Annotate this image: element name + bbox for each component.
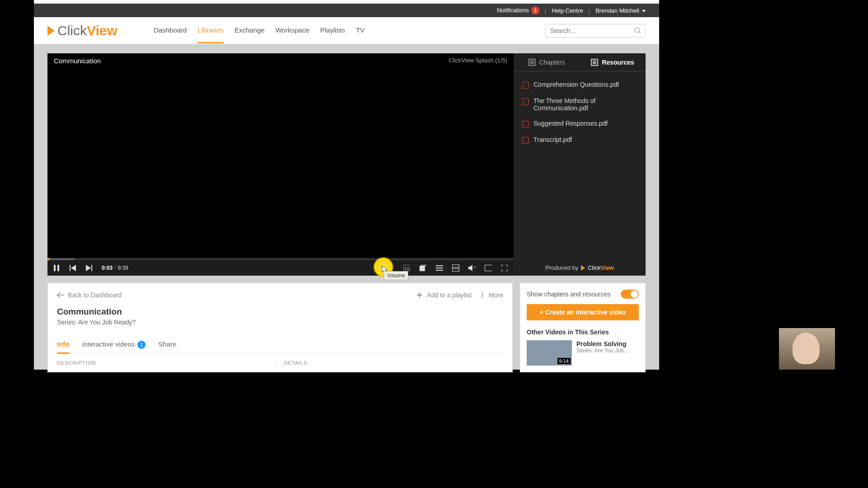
tab-resources-label: Resources bbox=[602, 59, 634, 66]
interactive-count-badge: 1 bbox=[137, 341, 146, 349]
right-panel: Show chapters and resources + Create an … bbox=[520, 283, 646, 372]
video-thumbnail: 9:14 bbox=[527, 340, 572, 366]
logo[interactable]: ClickView bbox=[47, 23, 118, 38]
picture-in-picture-presenter bbox=[779, 328, 835, 370]
tab-resources[interactable]: Resources bbox=[580, 53, 646, 71]
toggle-label: Show chapters and resources bbox=[527, 291, 610, 298]
arrow-left-icon bbox=[57, 292, 64, 298]
resource-label: Suggested Responses.pdf bbox=[533, 120, 608, 127]
pdf-icon: λ bbox=[522, 137, 529, 144]
svg-point-37 bbox=[482, 295, 483, 296]
video-series-label: Series: Are You Job Ready? bbox=[57, 319, 503, 326]
more-vertical-icon bbox=[481, 292, 483, 298]
tab-share[interactable]: Share bbox=[158, 336, 176, 353]
help-centre-link[interactable]: Help Centre bbox=[552, 7, 583, 14]
play-triangle-icon bbox=[581, 265, 585, 271]
utility-bar: Notifications1 | Help Centre | Brendan M… bbox=[34, 4, 659, 17]
svg-text:×: × bbox=[474, 265, 476, 270]
series-item-subtitle: Series: Are You Job... bbox=[576, 347, 628, 354]
svg-text:λ: λ bbox=[523, 100, 525, 104]
series-item-title: Problem Solving bbox=[576, 340, 628, 347]
series-video-item[interactable]: 9:14 Problem Solving Series: Are You Job… bbox=[527, 340, 639, 366]
fullscreen-icon[interactable] bbox=[501, 264, 508, 272]
play-triangle-icon bbox=[47, 26, 55, 36]
svg-point-38 bbox=[482, 297, 483, 298]
svg-marker-15 bbox=[468, 265, 472, 271]
volume-icon[interactable]: × bbox=[468, 264, 476, 272]
details-heading: DETAILS bbox=[276, 360, 503, 366]
notifications-link[interactable]: Notifications1 bbox=[497, 6, 539, 14]
nav-tv[interactable]: TV bbox=[356, 18, 364, 43]
search-icon[interactable] bbox=[634, 27, 642, 35]
pdf-icon: λ bbox=[522, 98, 529, 105]
video-viewport[interactable] bbox=[47, 68, 514, 258]
resource-item[interactable]: λ Transcript.pdf bbox=[514, 132, 646, 148]
resource-item[interactable]: λ The Three Methods of Communication.pdf bbox=[514, 93, 646, 116]
cc-icon[interactable]: CC bbox=[403, 264, 410, 272]
resource-label: Comprehension Questions.pdf bbox=[533, 81, 619, 88]
duration-badge: 9:14 bbox=[557, 358, 571, 364]
player-title-bar: Communication ClickView Splash (1/5) bbox=[47, 53, 514, 68]
logo-text: Click bbox=[57, 23, 87, 38]
volume-tooltip: Volume bbox=[384, 271, 408, 280]
splash-indicator: ClickView Splash (1/5) bbox=[448, 57, 507, 65]
svg-rect-4 bbox=[70, 265, 71, 271]
more-button[interactable]: More bbox=[481, 291, 503, 299]
theater-icon[interactable] bbox=[485, 264, 492, 272]
chapters-icon[interactable] bbox=[420, 264, 427, 272]
separator: | bbox=[545, 7, 546, 14]
description-heading: DESCRIPTION bbox=[57, 360, 276, 366]
svg-text:λ: λ bbox=[523, 123, 525, 127]
player-controls: 0:03/9:39 CC 480 × Volume bbox=[47, 260, 514, 276]
svg-point-0 bbox=[635, 28, 640, 33]
pdf-icon: λ bbox=[522, 121, 529, 128]
tab-info[interactable]: Info bbox=[57, 336, 70, 353]
user-menu[interactable]: Brendan Mitchell bbox=[595, 7, 646, 14]
tab-chapters[interactable]: Chapters bbox=[514, 53, 580, 71]
resource-item[interactable]: λ Comprehension Questions.pdf bbox=[514, 77, 646, 93]
nav-playlists[interactable]: Playlists bbox=[320, 18, 345, 43]
video-page-title: Communication bbox=[57, 307, 503, 317]
resource-item[interactable]: λ Suggested Responses.pdf bbox=[514, 116, 646, 132]
nav-libraries[interactable]: Libraries bbox=[198, 18, 224, 43]
tab-interactive-videos[interactable]: Interactive videos1 bbox=[82, 336, 146, 353]
player-sidebar: Chapters Resources λ Comprehension Quest… bbox=[514, 53, 646, 276]
quality-button[interactable]: 480 bbox=[452, 264, 459, 272]
svg-point-36 bbox=[482, 292, 483, 294]
back-to-dashboard-link[interactable]: Back to Dashboard bbox=[57, 291, 122, 299]
svg-rect-11 bbox=[421, 265, 426, 266]
next-icon[interactable] bbox=[85, 264, 93, 272]
time-display: 0:03/9:39 bbox=[102, 265, 128, 271]
nav-dashboard[interactable]: Dashboard bbox=[154, 18, 187, 43]
svg-text:λ: λ bbox=[523, 84, 525, 88]
playlist-icon[interactable] bbox=[436, 264, 443, 272]
pause-icon[interactable] bbox=[53, 264, 60, 272]
video-title: Communication bbox=[54, 57, 101, 65]
chapters-resources-toggle[interactable] bbox=[621, 290, 639, 299]
resource-label: The Three Methods of Communication.pdf bbox=[533, 97, 637, 112]
resource-label: Transcript.pdf bbox=[533, 136, 572, 143]
svg-marker-6 bbox=[86, 265, 91, 271]
search-input[interactable] bbox=[545, 24, 646, 38]
svg-marker-5 bbox=[71, 265, 76, 271]
notification-count-badge: 1 bbox=[531, 6, 539, 14]
main-header: ClickView Dashboard Libraries Exchange W… bbox=[34, 17, 659, 44]
svg-text:CC: CC bbox=[405, 266, 410, 271]
svg-rect-2 bbox=[54, 265, 56, 271]
svg-line-1 bbox=[639, 32, 641, 33]
nav-workspace[interactable]: Workspace bbox=[275, 18, 309, 43]
create-interactive-video-button[interactable]: + Create an interactive video bbox=[527, 304, 639, 320]
svg-rect-17 bbox=[485, 265, 492, 271]
svg-text:λ: λ bbox=[523, 139, 525, 143]
chevron-down-icon bbox=[642, 10, 646, 12]
nav-exchange[interactable]: Exchange bbox=[235, 18, 265, 43]
previous-icon[interactable] bbox=[69, 264, 76, 272]
video-info-card: Back to Dashboard Add to a playlist More bbox=[47, 283, 513, 372]
logo-text-accent: View bbox=[87, 23, 118, 38]
resource-list: λ Comprehension Questions.pdf λ The Thre… bbox=[514, 71, 646, 154]
add-to-playlist-button[interactable]: Add to a playlist bbox=[417, 291, 472, 299]
search-box bbox=[545, 24, 646, 38]
plus-icon bbox=[417, 292, 422, 298]
svg-rect-7 bbox=[91, 265, 92, 271]
other-videos-heading: Other Videos in This Series bbox=[527, 328, 639, 336]
